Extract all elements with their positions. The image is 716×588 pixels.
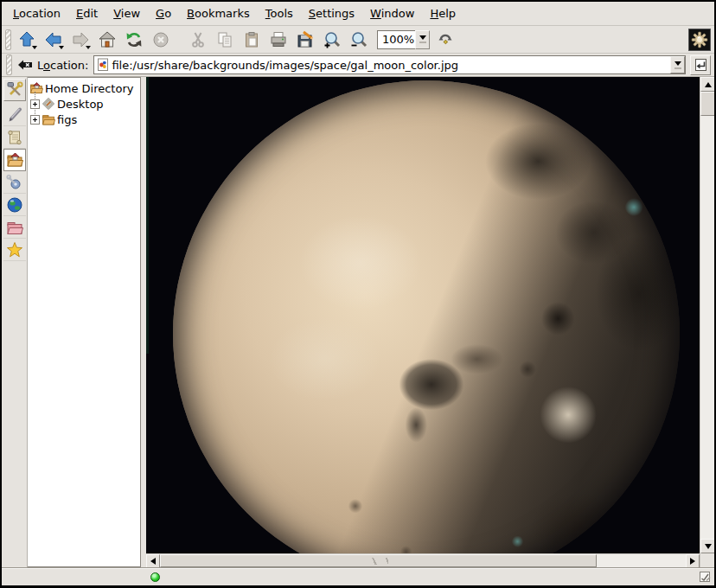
toolbar-drag-handle[interactable] <box>5 29 11 50</box>
zoom-level-combo[interactable]: 100% <box>377 29 430 50</box>
sidebar-network-button[interactable] <box>3 194 26 216</box>
arrow-left-icon <box>150 558 156 565</box>
reload-icon <box>125 30 144 49</box>
location-toolbar: Location: file:/usr/share/backgrounds/im… <box>2 54 714 77</box>
view-indicator-icon <box>699 571 712 584</box>
view-indicator-button[interactable] <box>699 571 712 584</box>
location-combo[interactable]: file:/usr/share/backgrounds/images/space… <box>93 55 686 74</box>
menu-location[interactable]: Location <box>5 4 68 22</box>
forward-dropdown-caret[interactable] <box>86 46 91 49</box>
clear-location-button[interactable] <box>16 56 35 74</box>
expand-plus-icon[interactable] <box>30 99 40 109</box>
arrow-down-icon <box>705 544 712 549</box>
menu-tools[interactable]: Tools <box>258 4 301 22</box>
home-button[interactable] <box>95 28 119 52</box>
scroll-right-button[interactable] <box>686 554 700 568</box>
horizontal-scroll-track[interactable] <box>597 554 686 567</box>
zoom-out-icon <box>349 30 368 49</box>
tree-item-label: figs <box>57 113 77 126</box>
zoom-in-icon <box>323 30 342 49</box>
location-label: Location: <box>37 59 88 72</box>
tree-item-label: Home Directory <box>45 82 133 95</box>
location-bar-drag-handle[interactable] <box>6 54 12 75</box>
vertical-scrollbar[interactable] <box>700 77 714 567</box>
up-button[interactable] <box>15 28 39 52</box>
red-folder-icon <box>6 219 23 236</box>
zoom-combo-arrow[interactable] <box>415 30 430 49</box>
go-icon <box>694 58 708 73</box>
menu-bookmarks[interactable]: Bookmarks <box>179 4 258 22</box>
sidebar-bookmarks-button[interactable] <box>3 239 26 261</box>
konqueror-window: Location Edit View Go Bookmarks Tools Se… <box>0 0 716 588</box>
moon-image <box>173 80 680 553</box>
sidebar-configure-button[interactable] <box>3 79 26 101</box>
vertical-scroll-thumb[interactable] <box>700 92 715 116</box>
up-dropdown-caret[interactable] <box>32 46 37 49</box>
menu-view[interactable]: View <box>105 4 148 22</box>
main-toolbar: 100% <box>2 26 714 54</box>
arrow-right-icon <box>690 558 695 565</box>
scroll-down-button[interactable] <box>700 539 715 553</box>
forward-button[interactable] <box>68 28 93 52</box>
menu-help[interactable]: Help <box>422 4 463 22</box>
rotate-icon <box>436 30 455 49</box>
print-button[interactable] <box>266 28 291 52</box>
back-dropdown-caret[interactable] <box>59 46 64 49</box>
location-input[interactable]: file:/usr/share/backgrounds/images/space… <box>112 59 670 72</box>
back-button[interactable] <box>42 28 66 52</box>
vertical-scroll-track[interactable] <box>700 116 714 539</box>
location-combo-arrow[interactable] <box>670 56 685 74</box>
copy-button[interactable] <box>213 28 237 52</box>
star-icon <box>6 241 23 259</box>
menu-edit[interactable]: Edit <box>68 4 105 22</box>
content-area: Home Directory Desktop figs <box>2 77 714 567</box>
status-led-icon <box>150 572 160 582</box>
tree-item-home-directory[interactable]: Home Directory <box>28 80 140 96</box>
home-icon <box>98 30 117 49</box>
chevron-down-icon <box>674 61 681 66</box>
folder-icon <box>42 112 55 126</box>
scroll-up-button[interactable] <box>700 77 715 92</box>
cut-button[interactable] <box>186 28 210 52</box>
paste-button[interactable] <box>240 28 264 52</box>
menu-go[interactable]: Go <box>148 4 179 22</box>
clear-location-icon <box>17 58 33 72</box>
sidebar-services-button[interactable] <box>3 171 26 194</box>
sidebar-pen-button[interactable] <box>3 104 26 126</box>
kde-gear-icon <box>691 31 708 48</box>
services-icon <box>6 174 23 191</box>
zoom-out-button[interactable] <box>347 28 371 52</box>
reload-button[interactable] <box>122 28 146 52</box>
sidebar-history-button[interactable] <box>3 126 26 149</box>
image-file-icon <box>94 58 112 72</box>
tree-item-figs[interactable]: figs <box>28 112 140 127</box>
status-bar <box>2 567 714 585</box>
history-scroll-icon <box>6 129 23 146</box>
tree-item-desktop[interactable]: Desktop <box>28 96 140 112</box>
image-edge-artifact <box>146 77 149 354</box>
pen-icon <box>6 106 23 124</box>
zoom-in-button[interactable] <box>320 28 344 52</box>
menu-window[interactable]: Window <box>362 4 422 22</box>
globe-icon <box>6 196 23 214</box>
sidebar-root-folder-button[interactable] <box>3 216 26 239</box>
chevron-down-icon <box>419 35 426 40</box>
print-icon <box>269 30 288 49</box>
menu-settings[interactable]: Settings <box>301 4 362 22</box>
paste-clipboard-icon <box>242 30 261 49</box>
desktop-icon <box>42 97 55 111</box>
go-button[interactable] <box>690 55 711 75</box>
folder-tree-panel: Home Directory Desktop figs <box>28 77 141 567</box>
tree-item-label: Desktop <box>57 98 104 111</box>
stop-button[interactable] <box>149 28 173 52</box>
zoom-level-value[interactable]: 100% <box>377 30 415 49</box>
main-view-column <box>146 77 700 567</box>
expand-plus-icon[interactable] <box>30 115 40 125</box>
horizontal-scroll-thumb[interactable] <box>160 554 597 567</box>
save-as-button[interactable] <box>293 28 317 52</box>
kde-gear-throbber[interactable] <box>688 29 711 51</box>
rotate-button[interactable] <box>433 28 457 52</box>
scroll-left-button[interactable] <box>146 554 160 568</box>
horizontal-scrollbar[interactable] <box>146 553 700 567</box>
sidebar-home-directory-button[interactable] <box>3 149 26 171</box>
